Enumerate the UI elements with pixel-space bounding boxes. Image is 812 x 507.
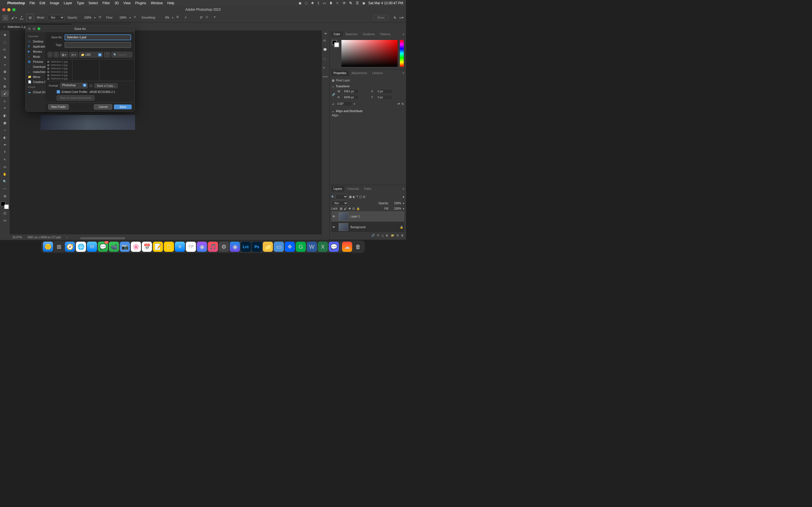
tab-layers[interactable]: Layers	[331, 186, 344, 191]
tab-properties[interactable]: Properties	[331, 70, 349, 76]
dock-folder1[interactable]: 📁	[263, 242, 273, 252]
clock-icon[interactable]: ⟳	[343, 1, 346, 5]
sidebar-item-music[interactable]: ♪Music	[26, 54, 45, 59]
move-tool[interactable]: ✥	[1, 32, 9, 38]
sidebar-item-creative[interactable]: 📄Creative Clo...	[26, 79, 45, 84]
file-item[interactable]: ▦Selection-4.jpg	[45, 70, 72, 73]
y-input[interactable]	[376, 95, 393, 100]
sidebar-item-downloads[interactable]: ↓Downloads	[26, 64, 45, 69]
delete-layer-icon[interactable]: 🗑	[401, 234, 404, 237]
color-fg-bg-selector[interactable]	[332, 40, 339, 47]
symmetry-icon[interactable]: ✦	[213, 15, 218, 20]
tab-patterns[interactable]: Patterns	[378, 32, 393, 37]
panel-menu-icon[interactable]: ≡	[403, 33, 404, 36]
screen-mode-tool[interactable]: ▭	[1, 217, 9, 224]
background-color[interactable]	[4, 205, 9, 209]
format-select[interactable]: Photoshop	[60, 83, 88, 89]
lasso-tool[interactable]: ల	[1, 46, 9, 53]
chevron-down-icon[interactable]: ⌄	[332, 85, 334, 88]
siri-icon[interactable]: ◉	[362, 1, 365, 5]
color-picker-field[interactable]	[342, 40, 398, 67]
rotation-input[interactable]	[336, 101, 352, 106]
save-a-copy-button[interactable]: Save a Copy...	[94, 83, 117, 88]
eyedropper-tool[interactable]: ✎	[1, 75, 9, 82]
selection-tool[interactable]: ⬗	[1, 54, 9, 60]
dock-stickies[interactable]: 🗒	[164, 242, 174, 252]
menu-view[interactable]: View	[123, 1, 131, 5]
forward-button[interactable]: ›	[54, 52, 58, 57]
height-input[interactable]	[343, 95, 359, 100]
layer-visibility-icon[interactable]: 👁	[333, 215, 336, 218]
window-close-button[interactable]	[2, 8, 5, 11]
new-folder-button[interactable]: New Folder	[48, 104, 69, 110]
dock-excel[interactable]: X	[318, 242, 328, 252]
search-icon[interactable]: 🔍︎	[393, 16, 396, 19]
file-item[interactable]: ▦Selection-3.jpg	[45, 67, 72, 70]
more-tools[interactable]: ⋯	[1, 185, 9, 192]
back-button[interactable]: ‹	[48, 52, 52, 57]
sidebar-item-movies[interactable]: ▶Movies	[26, 49, 45, 54]
collapse-icon[interactable]: ≫	[324, 32, 327, 35]
pen-tool[interactable]: ✒	[1, 142, 9, 148]
expand-button[interactable]: ⌃	[104, 52, 110, 57]
canvas-document[interactable]	[41, 115, 135, 130]
sidebar-item-home[interactable]: ⌂malachismy...	[26, 69, 45, 74]
dock-launchpad[interactable]: ⊞	[54, 242, 64, 252]
dock-notes[interactable]: 📝	[153, 242, 163, 252]
dock-music[interactable]: 🎵	[208, 242, 218, 252]
horizontal-scrollbar[interactable]	[80, 237, 125, 239]
brush-size-value[interactable]: 542	[20, 18, 23, 20]
dock-facetime[interactable]: 📹	[109, 242, 119, 252]
x-input[interactable]	[376, 89, 393, 94]
menu-edit[interactable]: Edit	[40, 1, 45, 5]
stamp-tool[interactable]: ⊥	[1, 98, 9, 104]
dialog-close-button[interactable]	[28, 27, 31, 30]
embed-profile-checkbox[interactable]: ✓	[57, 90, 60, 94]
layer-name[interactable]: Background	[350, 226, 365, 229]
dock-chrome[interactable]: 🌐	[76, 242, 86, 252]
pressure-size-icon[interactable]: ⊙	[206, 15, 211, 20]
dock-trash[interactable]: 🗑	[353, 242, 363, 252]
sidebar-item-mirror[interactable]: 📁Mirror	[26, 74, 45, 79]
flip-h-icon[interactable]: ⇄	[398, 102, 400, 105]
brushes-icon[interactable]: ⬚	[323, 57, 328, 62]
dock-photoshop[interactable]: Ps	[252, 242, 262, 252]
hue-slider[interactable]	[400, 40, 404, 67]
control-center-icon[interactable]: ☰	[356, 1, 359, 5]
layer-visibility-icon[interactable]: 👁	[333, 226, 336, 229]
dock-photos[interactable]: 🌸	[131, 242, 141, 252]
menu-help[interactable]: Help	[167, 1, 174, 5]
layer-opacity-input[interactable]	[391, 202, 401, 205]
zoom-tool[interactable]: 🔍	[1, 178, 9, 185]
hand-tool[interactable]: ✋	[1, 171, 9, 177]
file-item[interactable]: ▦Selection-2.jpg	[45, 63, 72, 67]
angle-input[interactable]	[192, 16, 203, 19]
brush-preset-button[interactable]: ▨	[26, 14, 34, 22]
presets-icon[interactable]: ⟷	[323, 75, 328, 80]
frame-tool[interactable]: ⊠	[1, 68, 9, 75]
color-bg[interactable]	[334, 42, 339, 47]
fx-icon[interactable]: fx	[377, 234, 379, 237]
file-item[interactable]: ▦Selection-5.jpg	[45, 73, 72, 77]
dock-messages[interactable]: 💬59	[98, 242, 108, 252]
dock-calendar[interactable]: 📅	[142, 242, 152, 252]
dock-grammarly[interactable]: G	[296, 242, 306, 252]
zoom-level[interactable]: 16.67%	[12, 236, 22, 239]
panel-menu-icon[interactable]: ≡	[403, 187, 404, 190]
lock-paint-icon[interactable]: 🖌	[344, 207, 347, 210]
align-section-label[interactable]: Align and Distribute	[336, 110, 363, 113]
dock-zoom[interactable]: 📷	[120, 242, 130, 252]
group-icon[interactable]: 📁	[391, 234, 394, 237]
menu-select[interactable]: Select	[89, 1, 98, 5]
tab-paths[interactable]: Paths	[362, 186, 373, 191]
file-item[interactable]: ▦Selection-6.jpg	[45, 77, 72, 80]
home-button[interactable]: ⌂	[2, 15, 8, 21]
bluetooth-icon[interactable]: ᛒ	[317, 1, 319, 5]
foreground-background-color[interactable]	[1, 202, 9, 209]
path-select-tool[interactable]: ↖	[1, 156, 9, 163]
gear-icon[interactable]: ⚙	[176, 15, 181, 20]
sidebar-item-desktop[interactable]: ▭Desktop	[26, 39, 45, 44]
battery-icon[interactable]: 🔋︎	[329, 1, 333, 5]
folder-select[interactable]: 📁 LR2	[79, 52, 103, 57]
dock-app2[interactable]: ◉	[230, 242, 240, 252]
